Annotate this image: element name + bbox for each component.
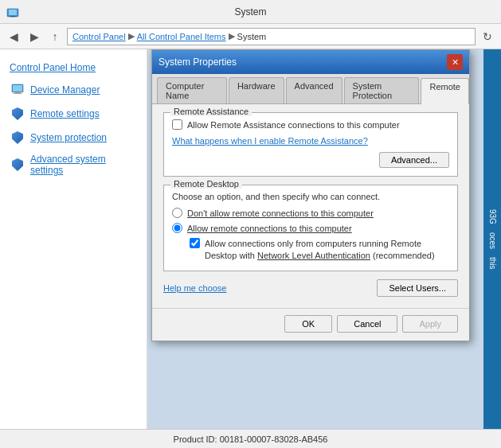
- remote-assistance-label: Remote Assistance: [170, 107, 252, 116]
- address-bar: ◀ ▶ ↑ Control Panel ▶ All Control Panel …: [0, 24, 501, 49]
- remote-settings-icon: [10, 106, 25, 122]
- sidebar: Control Panel Home Device Manager Remote…: [0, 49, 147, 429]
- accent-text-3: this: [488, 257, 497, 270]
- dialog-footer: Help me choose Select Users...: [163, 279, 458, 297]
- svg-rect-6: [15, 92, 20, 93]
- ok-button[interactable]: OK: [284, 315, 332, 333]
- tab-bar: Computer Name Hardware Advanced System P…: [152, 74, 469, 104]
- nla-checkbox[interactable]: [190, 238, 200, 248]
- sidebar-item-advanced-settings[interactable]: Advanced system settings: [0, 150, 147, 180]
- title-bar-title: System: [234, 6, 266, 18]
- sidebar-label-device-manager: Device Manager: [30, 84, 100, 95]
- back-button[interactable]: ◀: [5, 28, 22, 45]
- sidebar-label-advanced-settings: Advanced system settings: [30, 154, 137, 176]
- tab-system-protection[interactable]: System Protection: [344, 77, 420, 103]
- title-bar-icon: [6, 6, 19, 18]
- svg-rect-7: [14, 93, 22, 94]
- main-area: Control Panel Home Device Manager Remote…: [0, 49, 501, 429]
- dialog-close-button[interactable]: ✕: [447, 54, 463, 70]
- remote-assistance-checkbox-row: Allow Remote Assistance connections to t…: [172, 119, 449, 130]
- breadcrumb: Control Panel ▶ All Control Panel Items …: [67, 28, 476, 45]
- svg-rect-3: [10, 17, 15, 18]
- dialog-title-text: System Properties: [159, 56, 237, 68]
- remote-desktop-option2-row: Allow remote connections to this compute…: [172, 223, 449, 233]
- remote-assistance-advanced-button[interactable]: Advanced...: [379, 152, 449, 168]
- accent-text-1: 93G: [488, 209, 497, 224]
- sidebar-label-system-protection: System protection: [30, 132, 107, 143]
- tab-computer-name[interactable]: Computer Name: [157, 77, 227, 103]
- remote-assistance-group: Remote Assistance Allow Remote Assistanc…: [163, 112, 458, 177]
- remote-desktop-label: Remote Desktop: [170, 179, 242, 189]
- remote-assistance-checkbox-label[interactable]: Allow Remote Assistance connections to t…: [187, 120, 400, 130]
- svg-rect-5: [13, 85, 22, 92]
- dialog-buttons: OK Cancel Apply: [152, 308, 469, 341]
- device-manager-icon: [10, 82, 25, 98]
- remote-desktop-option1-label[interactable]: Don't allow remote connections to this c…: [187, 208, 374, 218]
- advanced-settings-icon: [10, 157, 25, 173]
- tab-advanced[interactable]: Advanced: [286, 77, 342, 103]
- remote-desktop-option1-row: Don't allow remote connections to this c…: [172, 208, 449, 218]
- dialog-content: Remote Assistance Allow Remote Assistanc…: [152, 104, 469, 308]
- remote-desktop-option2-label[interactable]: Allow remote connections to this compute…: [187, 224, 352, 233]
- remote-desktop-radio-1[interactable]: [172, 208, 182, 218]
- breadcrumb-all-items[interactable]: All Control Panel Items: [137, 32, 226, 41]
- sidebar-label-remote-settings: Remote settings: [30, 108, 100, 119]
- help-me-choose-link[interactable]: Help me choose: [163, 283, 227, 293]
- remote-desktop-description: Choose an option, and then specify who c…: [172, 192, 449, 201]
- accent-text-2: oces: [488, 232, 497, 249]
- system-properties-dialog: System Properties ✕ Computer Name Hardwa…: [151, 49, 470, 341]
- select-users-button[interactable]: Select Users...: [377, 279, 458, 297]
- system-protection-icon: [10, 130, 25, 146]
- content-area: System Properties ✕ Computer Name Hardwa…: [147, 49, 501, 429]
- sidebar-item-system-protection[interactable]: System protection: [0, 126, 147, 150]
- up-button[interactable]: ↑: [46, 28, 64, 45]
- sidebar-item-remote-settings[interactable]: Remote settings: [0, 102, 147, 126]
- forward-button[interactable]: ▶: [25, 28, 43, 45]
- remote-desktop-radio-2[interactable]: [172, 223, 182, 233]
- status-bar: Product ID: 00181-00007-83028-AB456: [0, 429, 501, 448]
- breadcrumb-current: System: [237, 32, 267, 41]
- cancel-button[interactable]: Cancel: [337, 315, 397, 333]
- refresh-button[interactable]: ↻: [479, 28, 496, 45]
- remote-desktop-group: Remote Desktop Choose an option, and the…: [163, 185, 458, 271]
- product-id: Product ID: 00181-00007-83028-AB456: [174, 434, 328, 444]
- nla-checkbox-label[interactable]: Allow connections only from computers ru…: [205, 238, 449, 263]
- apply-button[interactable]: Apply: [402, 315, 458, 333]
- tab-remote[interactable]: Remote: [421, 78, 469, 104]
- remote-assistance-checkbox[interactable]: [172, 119, 182, 130]
- remote-assistance-help-link[interactable]: What happens when I enable Remote Assist…: [172, 136, 449, 146]
- blue-accent-bar: 93G oces this: [483, 49, 501, 429]
- svg-rect-2: [10, 16, 16, 17]
- sidebar-item-device-manager[interactable]: Device Manager: [0, 78, 147, 102]
- dialog-title-bar: System Properties ✕: [152, 50, 469, 74]
- title-bar: System: [0, 0, 501, 24]
- sidebar-home[interactable]: Control Panel Home: [0, 57, 147, 78]
- tab-hardware[interactable]: Hardware: [229, 77, 284, 103]
- svg-rect-1: [9, 10, 17, 15]
- nla-checkbox-row: Allow connections only from computers ru…: [190, 238, 449, 263]
- breadcrumb-control-panel[interactable]: Control Panel: [72, 32, 126, 41]
